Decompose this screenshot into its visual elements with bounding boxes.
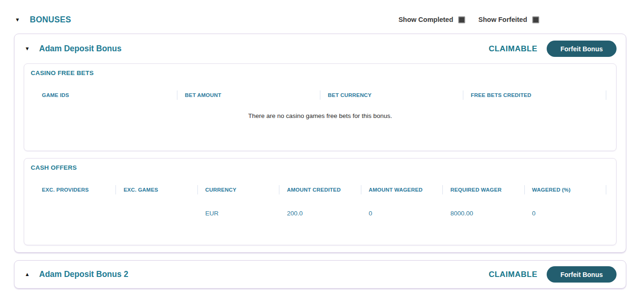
column-header-free-bets-credited: FREE BETS CREDITED (463, 90, 606, 100)
cell-wagered-pct: 0 (525, 209, 606, 218)
cell-exc-games (116, 209, 197, 218)
show-completed-label: Show Completed (399, 16, 454, 23)
cash-offers-panel: CASH OFFERS EXC. PROVIDERS EXC. GAMES CU… (24, 158, 617, 245)
bonus-collapse-icon[interactable]: ▲ (25, 272, 31, 277)
bonuses-section-header[interactable]: ▼ BONUSES (14, 15, 71, 25)
filter-toggles: Show Completed Show Forfeited (399, 16, 539, 23)
bonus-name: Adam Deposit Bonus (39, 44, 122, 54)
casino-free-bets-panel: CASINO FREE BETS GAME IDS BET AMOUNT BET… (24, 63, 617, 151)
bonus-card-adam-deposit-bonus-2: ▲ Adam Deposit Bonus 2 CLAIMABLE Forfeit… (14, 260, 626, 289)
column-header-exc-games: EXC. GAMES (116, 185, 197, 194)
bonus-header: ▼ Adam Deposit Bonus CLAIMABLE Forfeit B… (14, 34, 626, 63)
cell-currency: EUR (198, 209, 279, 218)
bonus-card-adam-deposit-bonus: ▼ Adam Deposit Bonus CLAIMABLE Forfeit B… (14, 34, 626, 253)
casino-free-bets-header-row: GAME IDS BET AMOUNT BET CURRENCY FREE BE… (34, 90, 606, 100)
show-forfeited-label: Show Forfeited (478, 16, 527, 23)
column-header-exc-providers: EXC. PROVIDERS (34, 185, 116, 194)
status-badge: CLAIMABLE (488, 270, 537, 279)
bonus-actions: CLAIMABLE Forfeit Bonus (488, 266, 617, 283)
cell-amount-credited: 200.0 (279, 209, 361, 218)
bonus-name: Adam Deposit Bonus 2 (39, 269, 129, 279)
empty-state-message: There are no casino games free bets for … (24, 112, 616, 119)
bonus-collapse-icon[interactable]: ▼ (25, 46, 31, 51)
cash-offers-title: CASH OFFERS (24, 164, 616, 171)
show-completed-checkbox[interactable] (458, 16, 465, 23)
column-header-game-ids: GAME IDS (34, 90, 177, 100)
column-header-wagered-pct: WAGERED (%) (525, 185, 606, 194)
cell-amount-wagered: 0 (361, 209, 443, 218)
bonuses-collapse-icon[interactable]: ▼ (15, 17, 21, 22)
bonus-actions: CLAIMABLE Forfeit Bonus (488, 41, 617, 57)
bonus-header: ▲ Adam Deposit Bonus 2 CLAIMABLE Forfeit… (14, 261, 626, 288)
bonus-title-group[interactable]: ▲ Adam Deposit Bonus 2 (25, 269, 129, 279)
cash-offers-header-row: EXC. PROVIDERS EXC. GAMES CURRENCY AMOUN… (34, 185, 606, 194)
column-header-required-wager: REQUIRED WAGER (443, 185, 524, 194)
column-header-amount-wagered: AMOUNT WAGERED (361, 185, 443, 194)
column-header-amount-credited: AMOUNT CREDITED (279, 185, 361, 194)
show-completed-filter[interactable]: Show Completed (399, 16, 466, 23)
topbar: ▼ BONUSES Show Completed Show Forfeited (14, 13, 626, 26)
status-badge: CLAIMABLE (488, 44, 537, 54)
bonuses-page: ▼ BONUSES Show Completed Show Forfeited … (0, 0, 644, 303)
column-header-bet-currency: BET CURRENCY (320, 90, 463, 100)
forfeit-bonus-button[interactable]: Forfeit Bonus (547, 266, 617, 283)
cell-required-wager: 8000.00 (443, 209, 524, 218)
bonus-title-group[interactable]: ▼ Adam Deposit Bonus (25, 44, 122, 54)
forfeit-bonus-button[interactable]: Forfeit Bonus (547, 41, 617, 57)
casino-free-bets-title: CASINO FREE BETS (24, 69, 616, 76)
table-row: EUR 200.0 0 8000.00 0 (34, 209, 606, 218)
cell-exc-providers (34, 209, 116, 218)
page-title: BONUSES (30, 15, 71, 25)
show-forfeited-checkbox[interactable] (532, 16, 539, 23)
column-header-bet-amount: BET AMOUNT (177, 90, 320, 100)
show-forfeited-filter[interactable]: Show Forfeited (478, 16, 539, 23)
column-header-currency: CURRENCY (198, 185, 279, 194)
